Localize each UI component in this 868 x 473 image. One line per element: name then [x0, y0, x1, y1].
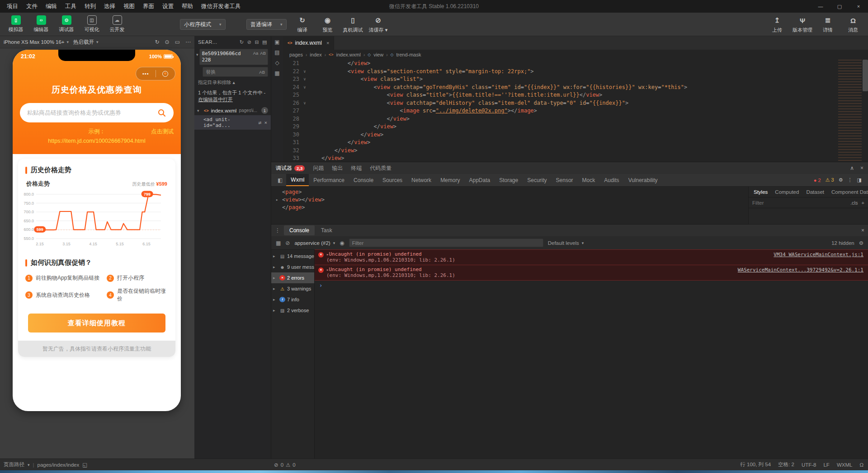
bookmark-icon[interactable]: ◇	[275, 60, 279, 66]
devtools-tab-Sources[interactable]: Sources	[378, 174, 407, 186]
devtools-tab-Sensor[interactable]: Sensor	[552, 174, 578, 186]
close-icon[interactable]: ×	[849, 0, 868, 13]
console-error-message[interactable]: ×▸Uncaught (in promise) undefined(env: W…	[315, 265, 868, 281]
code-editor[interactable]: 21 </view>22∨ <view class="section-conte…	[283, 60, 868, 162]
open-editor-icon[interactable]: ▤	[262, 39, 267, 45]
indent-setting[interactable]: 空格: 2	[778, 461, 794, 468]
menu-选择[interactable]: 选择	[100, 1, 119, 12]
chevron-right-icon[interactable]: ▸	[273, 297, 278, 302]
rotate-icon[interactable]: ↻	[155, 39, 160, 45]
wxml-tree-node[interactable]: </page>	[276, 204, 744, 211]
test-link[interactable]: 点击测试	[151, 128, 174, 136]
menu-项目[interactable]: 项目	[3, 1, 22, 12]
toolbar-消息[interactable]: Ω消息	[842, 16, 864, 33]
search-bar[interactable]	[20, 103, 174, 122]
close-console-icon[interactable]: ×	[861, 227, 864, 234]
devtools-tab-Console[interactable]: Console	[349, 174, 378, 186]
menu-工具[interactable]: 工具	[61, 1, 80, 12]
expand-icon[interactable]: ▸	[276, 196, 282, 204]
open-in-editor-link[interactable]: 在编辑器中打开	[198, 97, 233, 102]
eol-setting[interactable]: LF	[823, 462, 829, 468]
console-filter-verbose[interactable]: ▸▨2 verbose	[271, 305, 314, 316]
source-link[interactable]: WAServiceMainContext...39729492&v=2.26.1…	[738, 267, 863, 273]
cls-toggle[interactable]: .cls	[850, 200, 858, 206]
menu-dots-icon[interactable]: •••	[136, 71, 156, 76]
action-预览[interactable]: ◉预览	[316, 16, 339, 33]
devtools-tab-Security[interactable]: Security	[523, 174, 551, 186]
example-url[interactable]: https://item.jd.com/100026667904.html	[13, 138, 181, 144]
device-selector[interactable]: iPhone XS Max 100% 16+▾	[4, 39, 69, 45]
kebab-menu-icon[interactable]: ⋮	[275, 227, 280, 234]
chevron-right-icon[interactable]: ▸	[273, 254, 278, 258]
chevron-right-icon[interactable]: ▸	[273, 308, 278, 313]
clear-console-icon[interactable]: ⊘	[285, 240, 290, 246]
debug-tab-代码质量[interactable]: 代码质量	[370, 162, 392, 174]
console-prompt[interactable]: ›	[315, 281, 868, 290]
menu-视图[interactable]: 视图	[119, 1, 139, 12]
toolbar-nav-可视化[interactable]: ◫可视化	[80, 15, 103, 33]
menu-文件[interactable]: 文件	[22, 1, 42, 12]
chevron-down-icon[interactable]: ▾	[28, 463, 30, 467]
add-style-icon[interactable]: +	[862, 200, 864, 206]
clear-results-icon[interactable]: ⊘	[247, 39, 252, 45]
debug-tab-终端[interactable]: 终端	[351, 162, 362, 174]
devtools-tab-Mock[interactable]: Mock	[578, 174, 600, 186]
fold-marker-icon[interactable]: ∨	[301, 75, 308, 84]
devtools-tab-AppData[interactable]: AppData	[464, 174, 495, 186]
search-icon[interactable]	[157, 108, 166, 117]
compile-select[interactable]: 普通编译▾	[246, 19, 287, 30]
wxml-tree-node[interactable]: ▸<view></view>	[276, 196, 744, 204]
expand-icon[interactable]: ▸	[326, 267, 329, 272]
menu-微信开发者工具[interactable]: 微信开发者工具	[197, 1, 245, 12]
console-filter-list[interactable]: ▸▤14 messages	[271, 251, 314, 262]
maximize-icon[interactable]: ▢	[830, 0, 849, 13]
console-tab-Task[interactable]: Task	[316, 225, 338, 235]
editor-scrollbar[interactable]	[863, 60, 868, 91]
toolbar-上传[interactable]: ↥上传	[766, 16, 788, 33]
fold-marker-icon[interactable]: ∨	[301, 99, 308, 108]
record-icon[interactable]: ⊙	[165, 39, 170, 45]
devtools-tab-Network[interactable]: Network	[407, 174, 436, 186]
exit-icon[interactable]	[156, 71, 175, 77]
reload-mode-selector[interactable]: 热启载开▾	[73, 39, 99, 46]
dock-side-icon[interactable]: ◧	[278, 177, 283, 183]
styles-filter-input[interactable]	[752, 200, 847, 206]
kebab-menu-icon[interactable]: ⋮	[848, 177, 853, 183]
toolbar-版本管理[interactable]: Ψ版本管理	[791, 16, 814, 33]
gear-icon[interactable]: ⚙	[859, 240, 863, 246]
styles-tab-Component Data[interactable]: Component Data	[828, 188, 868, 196]
close-tab-icon[interactable]: ×	[326, 40, 329, 46]
chevron-right-icon[interactable]: ▸	[273, 265, 278, 269]
warning-counter[interactable]: ⚠ 3	[826, 177, 834, 183]
tutorial-button[interactable]: 查看详细使用教程	[28, 314, 165, 333]
minimize-icon[interactable]: —	[811, 0, 830, 13]
whole-word-icon[interactable]: AB	[260, 51, 266, 56]
devtools-tab-Audits[interactable]: Audits	[599, 174, 623, 186]
wxml-tree[interactable]: <page>▸<view></view></page>	[271, 187, 748, 224]
eye-icon[interactable]: ◉	[340, 240, 344, 246]
devtools-tab-Wxml[interactable]: Wxml	[286, 174, 309, 186]
devtools-tab-Memory[interactable]: Memory	[436, 174, 464, 186]
styles-tab-Styles[interactable]: Styles	[750, 188, 771, 196]
mode-select[interactable]: 小程序模式▾	[180, 19, 226, 30]
menu-设置[interactable]: 设置	[158, 1, 178, 12]
toolbar-nav-调试器[interactable]: ⊙调试器	[55, 15, 78, 33]
console-error-message[interactable]: ×▸Uncaught (in promise) undefined(env: W…	[315, 249, 868, 265]
tab-index-wxml[interactable]: <> index.wxml ×	[283, 36, 334, 50]
console-tab-Console[interactable]: Console	[284, 225, 315, 235]
menu-编辑[interactable]: 编辑	[42, 1, 61, 12]
file-list-icon[interactable]: ▤	[274, 49, 279, 56]
error-counter[interactable]: ● 2	[814, 178, 821, 183]
log-levels-selector[interactable]: Default levels▾	[548, 240, 584, 246]
debug-tab-调试器[interactable]: 调试器2,3	[276, 162, 305, 174]
breadcrumb-item[interactable]: trend-mask	[396, 52, 421, 57]
problems-indicator[interactable]: ⊘0 ⚠0	[274, 462, 296, 468]
copy-path-icon[interactable]: ◱	[82, 462, 87, 468]
breadcrumb-item[interactable]: pages	[289, 52, 303, 57]
expand-icon[interactable]: ▸	[326, 252, 329, 257]
action-清缓存[interactable]: ⊘清缓存 ▾	[367, 16, 390, 33]
search-input[interactable]	[27, 109, 157, 116]
search-match-row[interactable]: <ad unit-id="ad... ⇄ ×	[194, 115, 271, 130]
match-case-icon[interactable]: Aa	[253, 51, 259, 56]
toolbar-nav-编辑器[interactable]: ‹›编辑器	[30, 15, 52, 33]
